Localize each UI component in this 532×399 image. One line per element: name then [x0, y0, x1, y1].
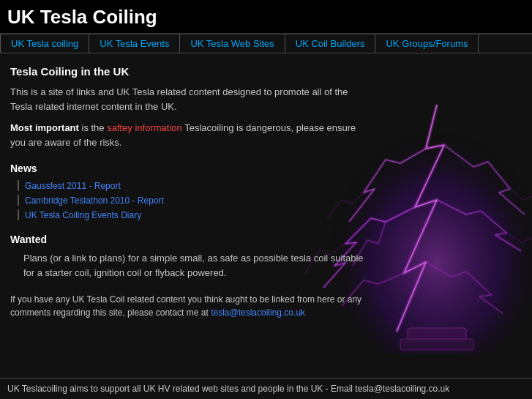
footer-text: UK Teslacoiling aims to support all UK H…: [7, 384, 449, 394]
important-label: Most important: [10, 122, 79, 133]
site-title: UK Tesla Coiling: [7, 6, 525, 29]
news-item-2: Cambridge Teslathon 2010 - Report: [18, 195, 370, 206]
news-item-1: Gaussfest 2011 - Report: [18, 180, 370, 191]
svg-rect-2: [400, 339, 473, 350]
wanted-title: Wanted: [10, 234, 370, 245]
news-item-3: UK Tesla Coiling Events Diary: [18, 209, 370, 220]
nav-item-tesla-events[interactable]: UK Tesla Events: [89, 34, 180, 53]
wanted-section: Wanted Plans (or a link to plans) for a …: [10, 234, 370, 280]
content-area: Tesla Coiling in the UK This is a site o…: [0, 53, 381, 368]
news-title: News: [10, 163, 370, 174]
safety-link[interactable]: saftey information: [107, 122, 182, 133]
important-text-mid: is the: [79, 122, 107, 133]
news-list: Gaussfest 2011 - Report Cambridge Teslat…: [10, 180, 370, 220]
news-link-3[interactable]: UK Tesla Coiling Events Diary: [25, 210, 141, 220]
nav-item-tesla-websites[interactable]: UK Tesla Web Sites: [180, 34, 285, 53]
news-link-1[interactable]: Gaussfest 2011 - Report: [25, 181, 121, 191]
important-paragraph: Most important is the saftey information…: [10, 121, 370, 149]
header: UK Tesla Coiling: [0, 0, 532, 34]
footer: UK Teslacoiling aims to support all UK H…: [0, 378, 532, 399]
page-title: Tesla Coiling in the UK: [10, 65, 370, 78]
wanted-text: Plans (or a link to plans) for a simple …: [10, 251, 370, 280]
news-link-2[interactable]: Cambridge Teslathon 2010 - Report: [25, 195, 164, 206]
nav-item-tesla-coiling[interactable]: UK Tesla coiling: [0, 34, 89, 53]
contact-text-before: If you have any UK Tesla Coil related co…: [10, 294, 361, 318]
contact-email-link[interactable]: tesla@teslacoiling.co.uk: [211, 307, 305, 318]
intro-paragraph: This is a site of links and UK Tesla rel…: [10, 85, 370, 113]
main-content: Tesla Coiling in the UK This is a site o…: [0, 53, 532, 368]
news-section: News Gaussfest 2011 - Report Cambridge T…: [10, 163, 370, 220]
contact-section: If you have any UK Tesla Coil related co…: [10, 293, 370, 319]
